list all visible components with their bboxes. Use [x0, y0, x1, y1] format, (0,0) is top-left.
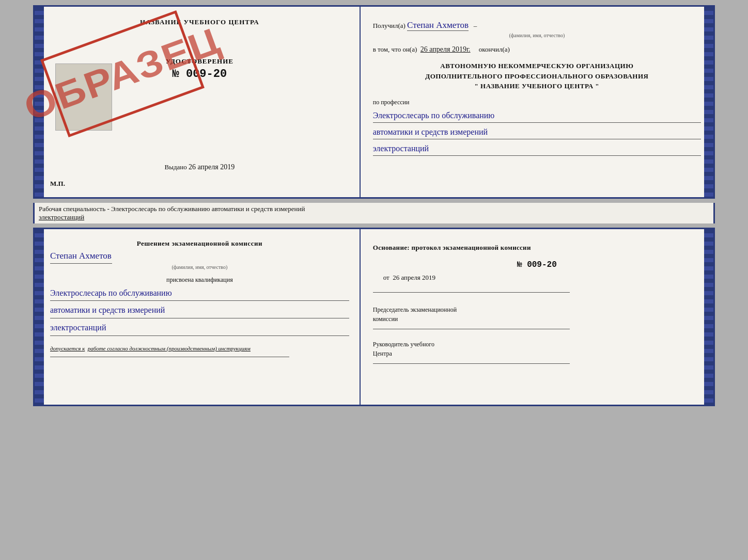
chairman-label1: Председатель экзаменационной: [373, 306, 457, 313]
org-name: АВТОНОМНУЮ НЕКОММЕРЧЕСКУЮ ОРГАНИЗАЦИЮ ДО…: [373, 61, 701, 91]
profession-line2: автоматики и средств измерений: [373, 125, 701, 139]
finished-label: окончил(а): [479, 45, 510, 53]
fio-label-top: (фамилия, имя, отчество): [373, 33, 701, 38]
recipient-line: Получил(а) Степан Ахметов –: [373, 20, 701, 30]
caption-text2: электростанций: [39, 213, 84, 221]
profession-label: по профессии: [373, 99, 701, 106]
qual-line3: электростанций: [50, 321, 349, 336]
in-that-line: в том, что он(а) 26 апреля 2019г. окончи…: [373, 45, 701, 54]
bottom-left-panel: Решением экзаменационной комиссии Степан…: [35, 229, 361, 405]
recipient-name: Степан Ахметов: [407, 20, 469, 31]
top-doc-title: НАЗВАНИЕ УЧЕБНОГО ЦЕНТРА: [50, 18, 349, 26]
signature-line-bottom-left: [50, 357, 289, 357]
profession-line1: Электрослесарь по обслуживанию: [373, 108, 701, 123]
bottom-right-panel: Основание: протокол экзаменационной коми…: [361, 229, 713, 405]
qual-line1: Электрослесарь по обслуживанию: [50, 286, 349, 301]
caption-between: Рабочая специальность - Электрослесарь п…: [33, 203, 715, 223]
protocol-number: № 009-20: [373, 260, 701, 269]
chairman-label: Председатель экзаменационной комиссии: [373, 305, 701, 324]
in-that-label: в том, что он(а): [373, 45, 417, 53]
bottom-document: Решением экзаменационной комиссии Степан…: [33, 228, 715, 406]
photo-placeholder: [55, 63, 112, 131]
issued-date-value: 26 апреля 2019: [189, 163, 235, 171]
assigned-label: присвоена квалификация: [50, 276, 349, 284]
head-label1: Руководитель учебного: [373, 341, 434, 348]
caption-text: Рабочая специальность - Электрослесарь п…: [39, 205, 305, 213]
issued-date: Выдано 26 апреля 2019: [50, 163, 349, 171]
name-underline: [50, 263, 112, 264]
qual-line2: автоматики и средств измерений: [50, 303, 349, 318]
top-left-panel: НАЗВАНИЕ УЧЕБНОГО ЦЕНТРА УДОСТОВЕРЕНИЕ №…: [35, 7, 361, 197]
top-document: НАЗВАНИЕ УЧЕБНОГО ЦЕНТРА УДОСТОВЕРЕНИЕ №…: [33, 5, 715, 199]
head-label2: Центра: [373, 350, 392, 357]
bottom-person-name: Степан Ахметов: [50, 251, 349, 261]
profession-line3: электростанций: [373, 141, 701, 156]
allowed-label: допускается к: [50, 345, 85, 351]
osnование-label: Основание: протокол экзаменационной коми…: [373, 243, 701, 253]
protocol-date-prefix: от: [383, 274, 389, 281]
protocol-date: от 26 апреля 2019: [373, 274, 701, 282]
bottom-fio-label: (фамилия, имя, отчество): [50, 264, 349, 270]
spine-right: [704, 7, 713, 197]
bottom-spine-right: [704, 229, 713, 405]
received-label: Получил(а): [373, 22, 406, 29]
commission-title: Решением экзаменационной комиссии: [50, 238, 349, 249]
top-right-panel: Получил(а) Степан Ахметов – (фамилия, им…: [361, 7, 713, 197]
allowed-value: работе согласно должностным (производств…: [88, 345, 251, 351]
mp-label: М.П.: [50, 180, 349, 188]
protocol-date-value: 26 апреля 2019: [393, 274, 435, 281]
issued-label: Выдано: [165, 163, 187, 171]
chairman-label2: комиссии: [373, 315, 398, 323]
date-value: 26 апреля 2019г.: [420, 45, 471, 53]
head-label: Руководитель учебного Центра: [373, 340, 701, 358]
allowed-line: допускается к работе согласно должностны…: [50, 345, 349, 351]
